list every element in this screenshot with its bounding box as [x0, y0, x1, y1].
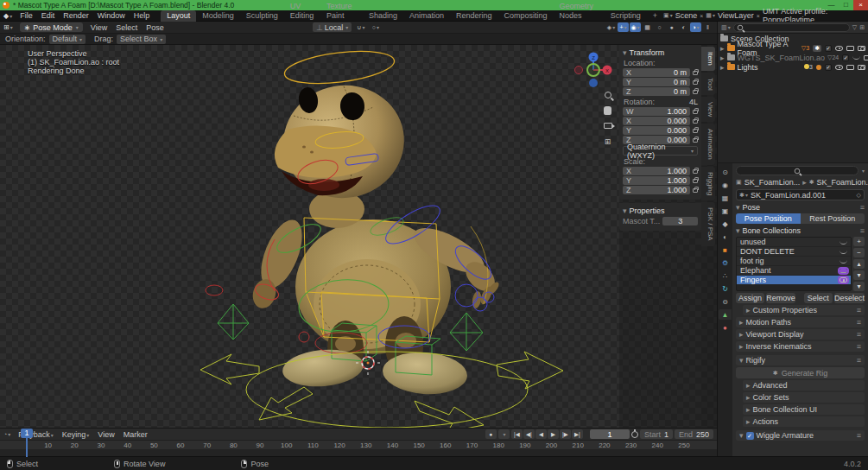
view-layer-icon[interactable]: ▦ [706, 12, 715, 19]
collection-checkbox[interactable]: ✓ [842, 54, 849, 61]
physics-tab[interactable]: ↻ [719, 283, 732, 294]
scale-field[interactable]: Z1.000 [623, 186, 698, 194]
keying-set-dropdown[interactable] [498, 429, 510, 439]
pose-position-button[interactable]: Pose Position [736, 213, 801, 224]
lock-icon[interactable] [693, 90, 698, 94]
panel-section-header[interactable]: ▸Actions [743, 416, 865, 427]
n-panel-tab[interactable]: Item [701, 47, 715, 71]
location-field[interactable]: Y0 m [623, 78, 698, 86]
wiggle-checkbox[interactable]: ✓ [746, 432, 754, 440]
play-reverse-button[interactable]: ◀ [535, 429, 547, 439]
datablock-name-field[interactable]: ✱ SK_FoamLion.ad.001 ◇ [736, 189, 865, 200]
timeline-editor-icon[interactable]: ◔ [3, 431, 10, 437]
menu-item[interactable]: File [16, 11, 37, 20]
rotation-lock-button[interactable]: 4L [689, 98, 698, 106]
deselect-button[interactable]: Deselect [834, 293, 865, 303]
timeline-ruler[interactable]: 1020304050607080901001101201301401501601… [0, 441, 717, 450]
bone-collection-row[interactable]: Elephant [737, 266, 851, 276]
object-tab[interactable]: ■ [719, 245, 732, 255]
viewport-disable-icon[interactable] [846, 65, 854, 70]
render-disable-icon[interactable] [858, 65, 865, 70]
scene-icon[interactable]: ▣ [663, 12, 673, 19]
lock-icon[interactable] [693, 138, 698, 143]
material-tab[interactable]: ● [719, 322, 732, 333]
lock-icon[interactable] [693, 110, 698, 114]
n-panel-tab[interactable]: PSK / PSA [701, 202, 715, 246]
workspace-tab[interactable]: Sculpting [240, 10, 284, 22]
bone-collection-row[interactable]: foot rig [737, 257, 851, 266]
shading-rendered-button[interactable]: ◑ [690, 22, 701, 32]
breadcrumb-object[interactable]: SK_FoamLion... [744, 178, 801, 187]
transform-panel-header[interactable]: ▾Transform [623, 48, 698, 57]
viewport-canvas[interactable] [0, 45, 717, 428]
lock-icon[interactable] [693, 169, 698, 174]
lock-icon[interactable] [693, 71, 698, 75]
rotation-field[interactable]: Y0.000 [623, 126, 698, 135]
lock-icon[interactable] [693, 80, 698, 85]
workspace-tab[interactable]: Animation [403, 10, 450, 22]
bone-collection-row[interactable]: Fingers [737, 276, 851, 285]
workspace-tab[interactable]: Layout [161, 10, 196, 22]
remove-collection-button[interactable]: − [853, 248, 865, 257]
mode-dropdown[interactable]: ∗Pose Mode [20, 22, 83, 32]
specials-menu-button[interactable]: ▾ [853, 282, 865, 291]
menu-item[interactable]: Window [93, 11, 130, 20]
rigify-panel-header[interactable]: ▾Rigify≡ [736, 355, 865, 365]
bone-collections-header[interactable]: ▾Bone Collections≡ [736, 225, 865, 235]
snap-magnet-toggle[interactable]: ∪ [355, 22, 366, 32]
halo-bone-control[interactable] [282, 46, 396, 88]
eye-open-icon[interactable] [835, 46, 843, 51]
viewport-menu-item[interactable]: Select [111, 23, 142, 32]
eye-closed-icon[interactable] [839, 269, 847, 273]
navigation-gizmo[interactable]: Z X [573, 50, 613, 90]
add-collection-button[interactable]: + [853, 237, 865, 246]
move-down-button[interactable]: ▾ [853, 270, 865, 280]
panel-section-header[interactable]: ▸Inverse Kinematics≡ [736, 341, 865, 352]
drag-mode-dropdown[interactable]: Select Box [117, 35, 166, 44]
workspace-tab[interactable]: Texture Paint [320, 1, 363, 22]
select-button[interactable]: Select [804, 293, 833, 303]
auto-keying-button[interactable]: ● [485, 429, 497, 439]
shading-solid-button[interactable]: ● [666, 22, 677, 32]
panel-section-header[interactable]: ▸Motion Paths≡ [736, 317, 865, 327]
pose-panel-header[interactable]: ▾Pose≡ [736, 202, 865, 212]
breadcrumb-data[interactable]: SK_FoamLion.ad... [817, 178, 868, 187]
panel-section-header[interactable]: ▸Advanced [743, 380, 865, 391]
outliner-display-mode-icon[interactable]: ▥ [721, 24, 731, 31]
render-pause-button[interactable]: ‖ [702, 22, 713, 32]
blender-menu-icon[interactable]: ◆ [3, 12, 12, 20]
assign-button[interactable]: Assign [736, 293, 764, 303]
location-field[interactable]: Z0 m [623, 87, 698, 96]
overlays-toggle[interactable]: ◉ [630, 22, 641, 32]
proportional-edit-toggle[interactable]: ○ [370, 22, 381, 32]
outliner-row-lights-collection[interactable]: ▸ Lights 3 ✓ [718, 62, 868, 72]
scale-field[interactable]: X1.000 [623, 167, 698, 175]
properties-search-input[interactable] [736, 166, 858, 175]
outliner-options-icon[interactable]: ⊞ [859, 24, 865, 31]
lock-icon[interactable] [693, 129, 698, 133]
timeline-menu-item[interactable]: Keying [58, 430, 94, 439]
expand-arrow-icon[interactable]: ▸ [720, 54, 725, 62]
workspace-tab[interactable]: Geometry Nodes [554, 1, 605, 22]
outliner-search-input[interactable] [733, 23, 850, 32]
xray-toggle[interactable]: ▦ [642, 22, 653, 32]
workspace-tab[interactable]: Compositing [498, 10, 554, 22]
modifiers-tab[interactable]: ⚙ [719, 257, 732, 268]
frame-end-field[interactable]: End250 [675, 429, 713, 439]
n-panel-tab[interactable]: View [701, 97, 715, 122]
gizmos-toggle[interactable]: + [618, 22, 629, 32]
collection-checkbox[interactable]: ✓ [825, 64, 832, 71]
panel-section-header[interactable]: ▸Custom Properties≡ [743, 305, 865, 315]
scene-name[interactable]: Scene [675, 11, 698, 20]
rotation-field[interactable]: W1.000 [623, 107, 698, 116]
jump-to-end-button[interactable]: ▶| [572, 429, 583, 439]
render-disable-icon[interactable] [858, 46, 865, 51]
mascot-character[interactable] [250, 76, 501, 397]
collection-checkbox[interactable]: ✓ [825, 45, 832, 52]
pan-hand-icon[interactable] [601, 104, 614, 117]
object-data-tab[interactable]: ▲ [719, 309, 732, 320]
perspective-toggle-icon[interactable]: ⊞ [601, 135, 614, 148]
panel-section-header[interactable]: ▸Bone Collection UI [743, 404, 865, 415]
play-button[interactable]: ▶ [548, 429, 559, 439]
lock-icon[interactable] [693, 188, 698, 193]
